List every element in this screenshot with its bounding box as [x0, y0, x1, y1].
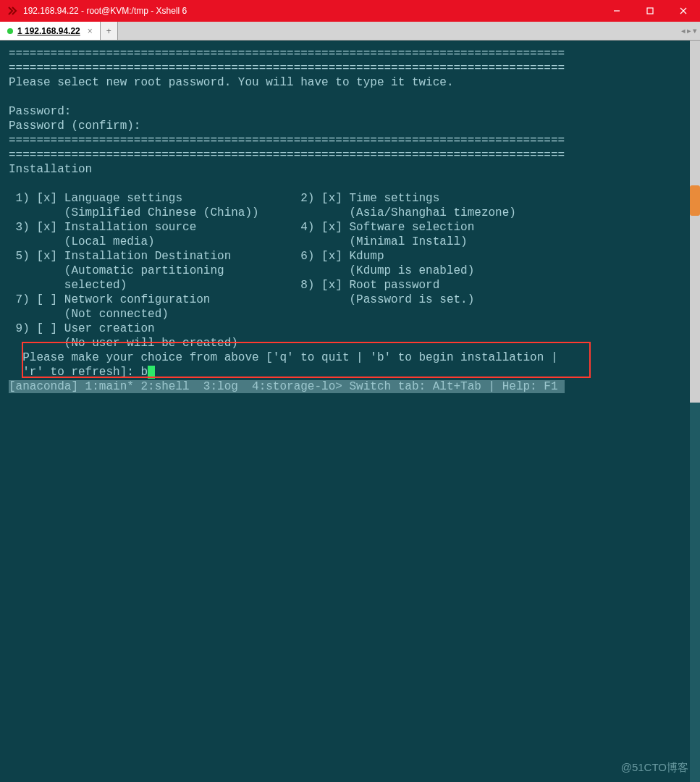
tab-strip: 1 192.168.94.22 × + ◂ ▸ ▾	[0, 22, 700, 41]
separator-line: ========================================…	[9, 134, 565, 147]
choice-prompt-line1: Please make your choice from above ['q' …	[9, 351, 558, 364]
separator-line: ========================================…	[9, 62, 565, 75]
terminal-cursor	[148, 366, 155, 379]
install-option-1-detail: (Simplified Chinese (China)) (Asia/Shang…	[9, 206, 516, 219]
window-title: 192.168.94.22 - root@KVM:/tmp - Xshell 6	[23, 6, 600, 16]
watermark: @51CTO博客	[621, 761, 688, 775]
minimize-button[interactable]	[600, 0, 633, 22]
separator-line: ========================================…	[9, 148, 565, 161]
password-confirm: Password (confirm):	[9, 119, 148, 133]
scrollbar-thumb[interactable]	[690, 41, 700, 403]
install-option-5-detail2: selected) 8) [x] Root password	[9, 279, 439, 292]
session-tab[interactable]: 1 192.168.94.22 ×	[0, 22, 101, 40]
choice-prompt-line2: 'r' to refresh]: b	[9, 366, 148, 379]
tabstrip-spacer	[118, 22, 678, 40]
anaconda-statusbar: [anaconda] 1:main* 2:shell 3:log 4:stora…	[9, 380, 565, 393]
scrollbar[interactable]	[690, 41, 700, 782]
install-option-7-detail: (Not connected)	[9, 308, 169, 321]
install-option-7: 7) [ ] Network configuration (Password i…	[9, 293, 474, 306]
svg-rect-0	[647, 8, 653, 14]
tab-label: 1 192.168.94.22	[17, 26, 80, 36]
install-option-1: 1) [x] Language settings 2) [x] Time set…	[9, 192, 439, 205]
maximize-button[interactable]	[633, 0, 667, 22]
password-header: Please select new root password. You wil…	[9, 76, 454, 89]
install-option-5-detail: (Automatic partitioning (Kdump is enable…	[9, 264, 474, 277]
install-option-3-detail: (Local media) (Minimal Install)	[9, 235, 468, 248]
scroll-indicator-icon	[690, 185, 700, 216]
tab-prev-icon[interactable]: ◂	[681, 26, 686, 35]
terminal-output[interactable]: ========================================…	[9, 46, 690, 776]
window-titlebar: 192.168.94.22 - root@KVM:/tmp - Xshell 6	[0, 0, 700, 22]
tab-next-icon[interactable]: ▸	[687, 26, 691, 35]
status-dot-icon	[7, 28, 13, 34]
separator-line: ========================================…	[9, 47, 565, 60]
install-option-9-detail: (No user will be created)	[9, 337, 238, 350]
install-header: Installation	[9, 163, 92, 176]
plus-icon: +	[106, 26, 111, 36]
close-button[interactable]	[667, 0, 700, 22]
install-option-5: 5) [x] Installation Destination 6) [x] K…	[9, 250, 384, 263]
tab-close-icon[interactable]: ×	[88, 26, 93, 36]
app-icon	[6, 4, 19, 17]
add-tab-button[interactable]: +	[101, 22, 118, 40]
install-option-3: 3) [x] Installation source 4) [x] Softwa…	[9, 221, 474, 234]
terminal-area[interactable]: ========================================…	[0, 41, 700, 782]
install-option-9: 9) [ ] User creation	[9, 322, 155, 335]
tab-nav: ◂ ▸ ▾	[678, 22, 700, 40]
tab-menu-icon[interactable]: ▾	[693, 26, 697, 35]
password-prompt: Password:	[9, 105, 78, 118]
